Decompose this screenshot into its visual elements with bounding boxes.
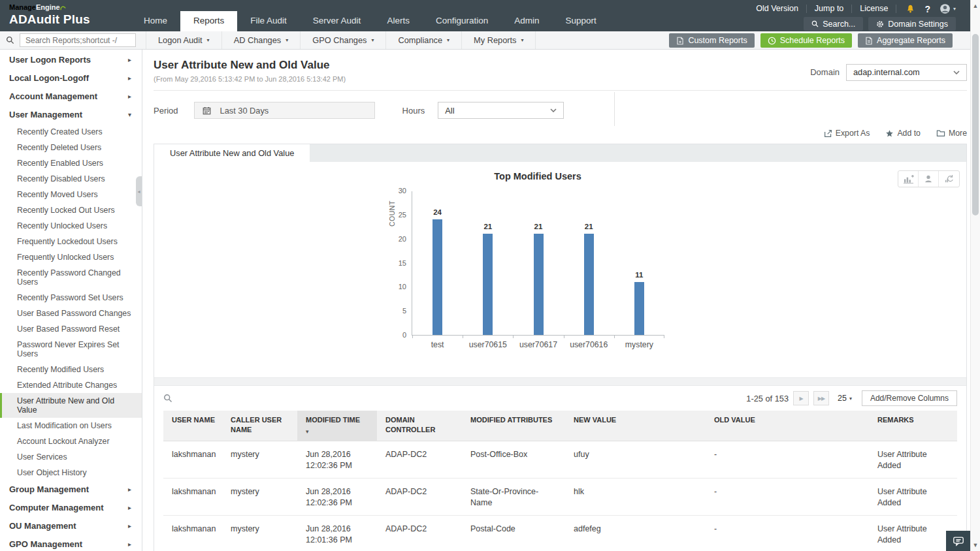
bar-user70617[interactable] bbox=[534, 234, 544, 335]
add-to-button[interactable]: Add to bbox=[885, 129, 921, 138]
top-nav-reports[interactable]: Reports bbox=[180, 11, 237, 31]
sidebar-item-user-services[interactable]: User Services bbox=[0, 449, 142, 465]
sidebar-item-frequently-unlocked-users[interactable]: Frequently Unlocked Users bbox=[0, 249, 142, 265]
menu-gpo-changes[interactable]: GPO Changes▾ bbox=[301, 31, 386, 49]
sidebar-item-recently-deleted-users[interactable]: Recently Deleted Users bbox=[0, 140, 142, 155]
chart-user-filter-button[interactable] bbox=[919, 171, 939, 187]
column-header-caller-user-name[interactable]: CALLER USER NAME bbox=[222, 411, 297, 441]
sidebar-item-user-based-password-changes[interactable]: User Based Password Changes bbox=[0, 306, 142, 321]
domain-settings-button[interactable]: Domain Settings bbox=[868, 17, 956, 31]
sidebar-item-frequently-lockedout-users[interactable]: Frequently Lockedout Users bbox=[0, 234, 142, 249]
sidebar-item-password-never-expires-set-users[interactable]: Password Never Expires Set Users bbox=[0, 337, 142, 362]
tab-user-attribute-new-and-old-value[interactable]: User Attribute New and Old Value bbox=[154, 144, 310, 162]
next-page-button[interactable]: ▶ bbox=[793, 391, 809, 405]
sidebar-group-user-management[interactable]: User Management▾ bbox=[0, 106, 142, 124]
aggregate-reports-button[interactable]: Aggregate Reports bbox=[858, 33, 953, 48]
sidebar-item-last-modification-on-users[interactable]: Last Modification on Users bbox=[0, 418, 142, 433]
menu-my-reports[interactable]: My Reports▾ bbox=[462, 31, 536, 49]
top-nav-file-audit[interactable]: File Audit bbox=[237, 11, 300, 31]
bar-test[interactable] bbox=[433, 219, 442, 335]
column-header-old-value[interactable]: OLD VALUE bbox=[706, 411, 869, 441]
sidebar-group-account-management[interactable]: Account Management▸ bbox=[0, 87, 142, 106]
global-search-button[interactable]: Search... bbox=[804, 17, 863, 31]
sidebar-item-user-based-password-reset[interactable]: User Based Password Reset bbox=[0, 321, 142, 337]
column-header-remarks[interactable]: REMARKS bbox=[869, 411, 957, 441]
scroll-up-icon[interactable]: ▲ bbox=[971, 3, 980, 9]
top-nav-admin[interactable]: Admin bbox=[501, 11, 552, 31]
sidebar-item-user-object-history[interactable]: User Object History bbox=[0, 465, 142, 480]
sidebar-item-recently-unlocked-users[interactable]: Recently Unlocked Users bbox=[0, 218, 142, 234]
search-reports-input[interactable] bbox=[20, 33, 136, 47]
column-header-modified-time[interactable]: MODIFIED TIME▾ bbox=[297, 411, 377, 441]
top-link-old-version[interactable]: Old Version bbox=[748, 5, 807, 13]
top-nav-configuration[interactable]: Configuration bbox=[423, 11, 501, 31]
top-nav-alerts[interactable]: Alerts bbox=[374, 11, 423, 31]
menu-compliance[interactable]: Compliance▾ bbox=[386, 31, 462, 49]
sidebar-collapse-handle[interactable]: ◂ bbox=[136, 176, 142, 206]
top-link-license[interactable]: License bbox=[852, 5, 896, 13]
top-nav-support[interactable]: Support bbox=[552, 11, 609, 31]
feedback-chat-button[interactable] bbox=[946, 531, 970, 551]
scrollbar-thumb[interactable] bbox=[972, 34, 979, 215]
toolbar-buttons: Custom ReportsSchedule ReportsAggregate … bbox=[669, 33, 953, 48]
sidebar-group-label: User Logon Reports bbox=[9, 55, 91, 65]
sidebar-item-recently-modified-users[interactable]: Recently Modified Users bbox=[0, 362, 142, 377]
more-button[interactable]: More bbox=[936, 129, 967, 138]
sidebar-item-recently-moved-users[interactable]: Recently Moved Users bbox=[0, 187, 142, 202]
hours-select[interactable]: All bbox=[438, 102, 564, 119]
top-buttons-row: Search... Domain Settings bbox=[748, 17, 956, 31]
table-row[interactable]: lakshmananmysteryJun 28,2016 12:02:36 PM… bbox=[163, 479, 957, 516]
sidebar-item-recently-password-changed-users[interactable]: Recently Password Changed Users bbox=[0, 265, 142, 290]
sidebar-item-account-lockout-analyzer[interactable]: Account Lockout Analyzer bbox=[0, 433, 142, 449]
sidebar-item-user-attribute-new-and-old-value[interactable]: User Attribute New and Old Value bbox=[0, 393, 142, 418]
vertical-scrollbar[interactable]: ▲ ▼ bbox=[970, 0, 980, 551]
column-header-modified-attributes[interactable]: MODIFIED ATTRIBUTES bbox=[462, 411, 565, 441]
sidebar-group-group-management[interactable]: Group Management▸ bbox=[0, 480, 142, 499]
table-search-icon[interactable] bbox=[163, 394, 172, 403]
period-value: Last 30 Days bbox=[220, 106, 269, 116]
export-as-button[interactable]: Export As bbox=[824, 129, 870, 138]
cell-remarks: User Attribute Added bbox=[869, 441, 957, 479]
column-header-user-name[interactable]: USER NAME bbox=[163, 411, 222, 441]
last-page-button[interactable]: ▶▶ bbox=[813, 391, 829, 405]
user-menu-button[interactable]: ▾ bbox=[939, 3, 956, 14]
bar-mystery[interactable] bbox=[634, 282, 644, 335]
column-header-new-value[interactable]: NEW VALUE bbox=[565, 411, 706, 441]
table-row[interactable]: lakshmananmysteryJun 28,2016 12:02:36 PM… bbox=[163, 441, 957, 479]
sidebar-item-extended-attribute-changes[interactable]: Extended Attribute Changes bbox=[0, 377, 142, 393]
bar-user70615[interactable] bbox=[483, 234, 493, 335]
brand-logo[interactable]: ManageEngine ADAudit Plus bbox=[0, 0, 128, 31]
sidebar-group-local-logon-logoff[interactable]: Local Logon-Logoff▸ bbox=[0, 69, 142, 87]
page-title: User Attribute New and Old Value bbox=[154, 59, 346, 72]
column-header-domain-controller[interactable]: DOMAIN CONTROLLER bbox=[377, 411, 462, 441]
top-nav-home[interactable]: Home bbox=[131, 11, 180, 31]
sidebar-item-recently-created-users[interactable]: Recently Created Users bbox=[0, 124, 142, 140]
add-remove-columns-button[interactable]: Add/Remove Columns bbox=[862, 390, 957, 406]
schedule-reports-button[interactable]: Schedule Reports bbox=[760, 33, 852, 48]
notifications-button[interactable] bbox=[906, 4, 915, 14]
chart-refresh-button[interactable] bbox=[939, 171, 959, 187]
menu-ad-changes[interactable]: AD Changes▾ bbox=[222, 31, 301, 49]
top-nav-server-audit[interactable]: Server Audit bbox=[300, 11, 374, 31]
period-picker[interactable]: Last 30 Days bbox=[194, 102, 375, 119]
domain-select[interactable]: adap.internal.com bbox=[846, 64, 967, 81]
bar-user70616[interactable] bbox=[584, 234, 594, 335]
chart-type-button[interactable] bbox=[898, 171, 919, 187]
sidebar-item-recently-enabled-users[interactable]: Recently Enabled Users bbox=[0, 155, 142, 171]
bar-chart-add-icon bbox=[903, 174, 914, 184]
sidebar-item-recently-disabled-users[interactable]: Recently Disabled Users bbox=[0, 171, 142, 187]
sidebar-group-gpo-management[interactable]: GPO Management▸ bbox=[0, 535, 142, 551]
page-size-select[interactable]: 25▾ bbox=[838, 394, 852, 403]
scroll-down-icon[interactable]: ▼ bbox=[971, 542, 980, 548]
sidebar-group-computer-management[interactable]: Computer Management▸ bbox=[0, 499, 142, 517]
cell-old: - bbox=[706, 516, 869, 551]
sidebar-group-user-logon-reports[interactable]: User Logon Reports▸ bbox=[0, 51, 142, 69]
top-link-jump-to[interactable]: Jump to bbox=[807, 5, 852, 13]
sidebar-group-ou-management[interactable]: OU Management▸ bbox=[0, 517, 142, 535]
sidebar-item-recently-password-set-users[interactable]: Recently Password Set Users bbox=[0, 290, 142, 306]
custom-reports-button[interactable]: Custom Reports bbox=[669, 33, 754, 48]
help-button[interactable]: ? bbox=[924, 4, 930, 14]
menu-logon-audit[interactable]: Logon Audit▾ bbox=[146, 31, 222, 49]
sidebar-item-recently-locked-out-users[interactable]: Recently Locked Out Users bbox=[0, 202, 142, 218]
table-row[interactable]: lakshmananmysteryJun 28,2016 12:01:36 PM… bbox=[163, 516, 957, 551]
